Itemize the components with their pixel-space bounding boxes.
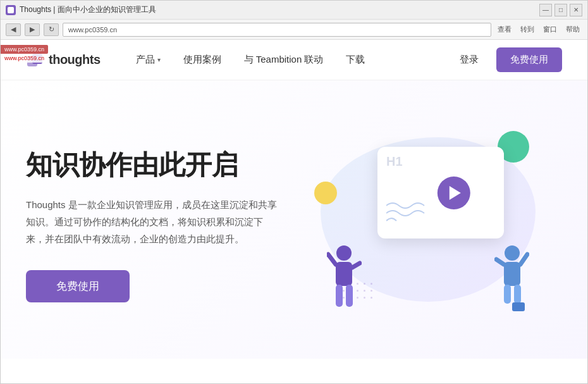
app-icon [6,5,16,15]
svg-line-5 [352,263,360,268]
person-left [327,245,362,314]
forward-button[interactable]: ▶ [25,23,40,36]
h1-label: H1 [386,154,403,169]
svg-line-11 [520,254,527,264]
hero-description: Thoughts 是一款企业知识管理应用，成员在这里沉淀和共享知识。通过可协作的… [26,196,279,247]
svg-rect-13 [514,285,521,304]
titlebar-left: Thoughts | 面向中小企业的知识管理工具 [6,4,156,15]
svg-line-10 [496,259,504,264]
play-button[interactable] [438,177,470,209]
menu-help[interactable]: 帮助 [563,23,582,35]
titlebar: Thoughts | 面向中小企业的知识管理工具 — □ ✕ [1,1,587,20]
main-nav: thoughts 产品 ▾ 使用案例 与 Teambition 联动 下载 登录 [1,40,587,80]
maximize-button[interactable]: □ [554,4,567,16]
svg-line-4 [328,254,336,264]
minimize-button[interactable]: — [539,4,552,16]
wavy-lines-icon [386,201,431,226]
hero-section: 知识协作由此开启 Thoughts 是一款企业知识管理应用，成员在这里沉淀和共享… [1,80,587,359]
address-text: www.pc0359.cn [68,26,117,34]
hero-title: 知识协作由此开启 [26,149,294,181]
window-controls: — □ ✕ [539,4,582,16]
nav-cta-button[interactable]: 免费使用 [496,47,562,72]
svg-point-2 [336,245,352,261]
nav-item-cases[interactable]: 使用案例 [173,49,231,71]
menu-goto[interactable]: 转到 [518,23,537,35]
illustration-card: H1 [377,147,504,238]
browser-toolbar: ◀ ▶ ↻ www.pc0359.cn 查看 转到 窗口 帮助 [1,20,587,40]
svg-rect-12 [504,285,511,304]
yellow-circle-decoration [314,182,337,204]
nav-item-teambition[interactable]: 与 Teambition 联动 [234,49,334,71]
nav-item-download[interactable]: 下载 [336,49,375,71]
hero-right: H1 [294,131,562,321]
browser-content: www.pc0359.cn www.pc0359.cn thoughts 产品 … [1,40,587,383]
person-right [494,245,529,314]
svg-rect-9 [504,262,520,286]
nav-items: 产品 ▾ 使用案例 与 Teambition 联动 下载 [126,49,450,71]
nav-right: 登录 免费使用 [450,47,562,72]
window-title: Thoughts | 面向中小企业的知识管理工具 [20,4,156,15]
menu-view[interactable]: 查看 [495,23,514,35]
login-button[interactable]: 登录 [450,49,489,71]
back-button[interactable]: ◀ [6,23,21,36]
menu-window[interactable]: 窗口 [541,23,560,35]
watermark-bottom: www.pc0359.cn [1,54,48,63]
chevron-down-icon: ▾ [157,56,161,63]
close-button[interactable]: ✕ [570,4,582,16]
play-icon [450,186,461,200]
svg-rect-3 [336,262,352,286]
refresh-button[interactable]: ↻ [44,23,59,36]
svg-point-8 [505,245,520,261]
logo-text: thoughts [49,53,101,67]
address-bar[interactable]: www.pc0359.cn [63,23,491,37]
svg-rect-14 [512,302,525,311]
illustration-container: H1 [308,131,548,321]
hero-cta-button[interactable]: 免费使用 [26,270,130,302]
watermark-top: www.pc0359.cn [1,45,48,54]
hero-left: 知识协作由此开启 Thoughts 是一款企业知识管理应用，成员在这里沉淀和共享… [26,149,294,302]
app-window: Thoughts | 面向中小企业的知识管理工具 — □ ✕ ◀ ▶ ↻ www… [0,0,588,384]
nav-item-product[interactable]: 产品 ▾ [126,49,171,71]
svg-rect-7 [346,285,353,307]
svg-rect-6 [336,285,343,307]
